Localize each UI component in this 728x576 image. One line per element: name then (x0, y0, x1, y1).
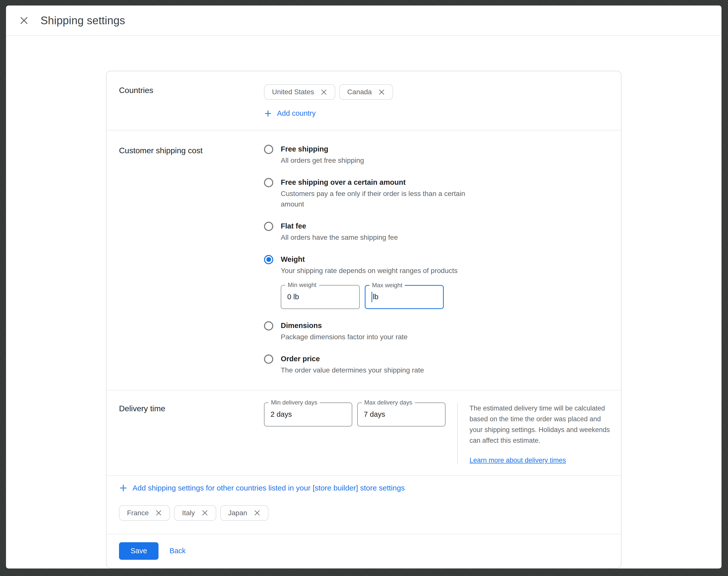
settings-card: Countries United States Canada (106, 71, 621, 568)
remove-country-icon[interactable] (254, 510, 261, 516)
delivery-content: Min delivery days 2 days Max delivery da… (264, 403, 611, 464)
country-chip-united-states[interactable]: United States (264, 84, 335, 100)
countries-label: Countries (119, 84, 264, 118)
vertical-divider (457, 403, 458, 464)
chip-label: United States (272, 88, 314, 96)
max-delivery-days-value: 7 days (364, 410, 385, 419)
radio-title: Dimensions (281, 321, 408, 330)
plus-icon (264, 110, 272, 117)
country-chip-japan[interactable]: Japan (220, 505, 268, 521)
radio-text: Weight Your shipping rate depends on wei… (281, 255, 458, 309)
max-weight-value: lb (372, 292, 379, 302)
min-delivery-days-label: Min delivery days (268, 399, 320, 406)
delivery-fields: Min delivery days 2 days Max delivery da… (264, 403, 445, 464)
delivery-note: The estimated delivery time will be calc… (469, 403, 611, 464)
countries-chips: United States Canada (264, 84, 609, 100)
max-weight-field[interactable]: Max weight lb (365, 285, 444, 309)
min-delivery-days-field[interactable]: Min delivery days 2 days (264, 403, 352, 427)
remove-country-icon[interactable] (378, 89, 385, 95)
radio-title: Weight (281, 255, 458, 264)
countries-content: United States Canada (264, 84, 609, 118)
max-delivery-days-label: Max delivery days (362, 399, 415, 406)
shipping-cost-section: Customer shipping cost Free shipping All… (107, 131, 621, 391)
radio-icon[interactable] (264, 354, 273, 364)
radio-description: Package dimensions factor into your rate (281, 332, 408, 342)
max-delivery-days-field[interactable]: Max delivery days 7 days (357, 403, 445, 427)
weight-fields: Min weight 0 lb Max weight lb (281, 285, 458, 309)
back-button[interactable]: Back (170, 547, 185, 555)
learn-more-link[interactable]: Learn more about delivery times (469, 457, 566, 464)
close-icon[interactable] (19, 15, 29, 26)
chip-label: Italy (182, 509, 195, 517)
shipping-settings-dialog: Shipping settings Countries United State… (6, 5, 722, 569)
radio-option-flat-fee[interactable]: Flat fee All orders have the same shippi… (264, 222, 609, 243)
remove-country-icon[interactable] (155, 510, 162, 516)
radio-title: Order price (281, 354, 424, 364)
footer: Save Back (107, 534, 621, 568)
radio-option-free-shipping-over-amount[interactable]: Free shipping over a certain amount Cust… (264, 178, 609, 209)
radio-option-dimensions[interactable]: Dimensions Package dimensions factor int… (264, 321, 609, 342)
delivery-time-section: Delivery time Min delivery days 2 days M… (107, 391, 621, 476)
delivery-note-text: The estimated delivery time will be calc… (469, 403, 611, 446)
min-weight-value: 0 lb (287, 293, 299, 301)
add-country-button[interactable]: Add country (264, 109, 316, 117)
radio-option-free-shipping[interactable]: Free shipping All orders get free shippi… (264, 144, 609, 166)
radio-text: Flat fee All orders have the same shippi… (281, 222, 398, 243)
countries-section: Countries United States Canada (107, 71, 621, 131)
remove-country-icon[interactable] (320, 89, 327, 95)
chip-label: Canada (347, 88, 372, 96)
save-button[interactable]: Save (119, 542, 158, 560)
radio-description: All orders have the same shipping fee (281, 232, 398, 243)
radio-description: Customers pay a fee only if their order … (281, 189, 466, 209)
shipping-cost-options: Free shipping All orders get free shippi… (264, 144, 609, 375)
radio-title: Free shipping over a certain amount (281, 178, 466, 187)
radio-title: Free shipping (281, 144, 364, 154)
remove-country-icon[interactable] (202, 510, 208, 516)
radio-icon[interactable] (264, 222, 273, 231)
max-weight-label: Max weight (370, 282, 405, 289)
add-other-countries-button[interactable]: Add shipping settings for other countrie… (119, 484, 405, 492)
shipping-cost-label: Customer shipping cost (119, 144, 264, 375)
radio-option-order-price[interactable]: Order price The order value determines y… (264, 354, 609, 375)
country-chip-italy[interactable]: Italy (174, 505, 216, 521)
radio-text: Dimensions Package dimensions factor int… (281, 321, 408, 342)
radio-icon[interactable] (264, 321, 273, 330)
chip-label: Japan (228, 509, 247, 517)
radio-text: Order price The order value determines y… (281, 354, 424, 375)
dialog-header: Shipping settings (6, 5, 722, 36)
radio-title: Flat fee (281, 222, 398, 231)
add-country-label: Add country (277, 109, 316, 117)
min-delivery-days-value: 2 days (270, 410, 292, 419)
radio-icon[interactable] (264, 145, 273, 154)
country-chip-france[interactable]: France (119, 505, 170, 521)
other-countries-section: Add shipping settings for other countrie… (107, 476, 621, 534)
radio-icon-selected[interactable] (264, 255, 273, 264)
radio-description: All orders get free shipping (281, 155, 364, 166)
chip-label: France (127, 509, 149, 517)
radio-option-weight[interactable]: Weight Your shipping rate depends on wei… (264, 255, 609, 309)
text-cursor (372, 292, 372, 302)
plus-icon (119, 484, 127, 492)
radio-description: Your shipping rate depends on weight ran… (281, 265, 458, 276)
delivery-time-label: Delivery time (119, 403, 264, 464)
radio-description: The order value determines your shipping… (281, 365, 424, 375)
other-countries-chips: France Italy Japan (119, 505, 609, 521)
page-title: Shipping settings (40, 14, 125, 27)
min-weight-field[interactable]: Min weight 0 lb (281, 285, 360, 309)
add-other-countries-label: Add shipping settings for other countrie… (133, 484, 405, 492)
radio-text: Free shipping All orders get free shippi… (281, 144, 364, 166)
min-weight-label: Min weight (285, 282, 319, 288)
radio-icon[interactable] (264, 178, 273, 187)
radio-text: Free shipping over a certain amount Cust… (281, 178, 466, 209)
country-chip-canada[interactable]: Canada (339, 84, 393, 100)
